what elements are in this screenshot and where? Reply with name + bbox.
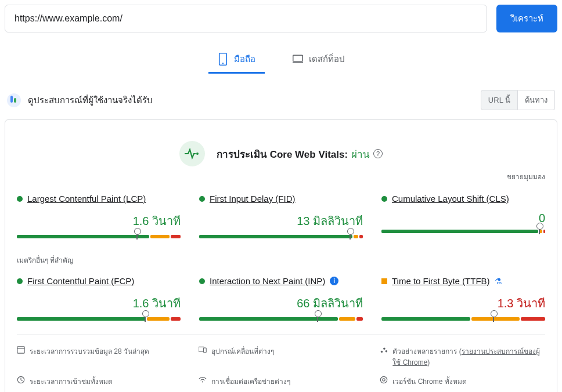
distribution-bar <box>381 230 545 233</box>
svg-point-11 <box>386 350 388 353</box>
metric-lcp: Largest Contentful Paint (LCP) 1.6 วินาท… <box>17 194 181 238</box>
url-input[interactable] <box>5 5 487 32</box>
metric-ttfb: Time to First Byte (TTFB) ⚗ 1.3 วินาที <box>381 276 545 321</box>
svg-point-15 <box>383 379 385 381</box>
assessment-result: ผ่าน <box>351 146 370 162</box>
svg-point-13 <box>202 381 203 382</box>
assessment-label: การประเมิน Core Web Vitals: <box>217 146 348 162</box>
metric-value: 1.6 วินาที <box>17 212 181 230</box>
footer-sessions: ระยะเวลาการเข้าชมทั้งหมด <box>30 376 113 387</box>
status-dot-good <box>17 278 23 284</box>
section-title: ดูประสบการณ์ที่ผู้ใช้งานจริงได้รับ <box>28 93 153 107</box>
pulse-icon <box>179 141 205 166</box>
footer-samples: ตัวอย่างหลายรายการ (รายงานประสบการณ์ของผ… <box>392 346 545 368</box>
distribution-bar <box>17 317 181 321</box>
experience-icon <box>7 93 21 107</box>
metric-name[interactable]: Time to First Byte (TTFB) <box>392 276 490 286</box>
metric-inp: Interaction to Next Paint (INP) i 66 มิล… <box>199 276 363 321</box>
wifi-icon <box>199 376 207 384</box>
distribution-bar <box>199 317 363 321</box>
card-footer: ระยะเวลาการรวบรวมข้อมูล 28 วันล่าสุด อุป… <box>17 335 545 387</box>
metric-name[interactable]: First Contentful Paint (FCP) <box>27 276 134 286</box>
metric-name[interactable]: First Input Delay (FID) <box>210 194 296 204</box>
metric-name[interactable]: Largest Contentful Paint (LCP) <box>27 194 146 204</box>
metric-name[interactable]: Interaction to Next Paint (INP) <box>210 276 325 286</box>
metric-value: 13 มิลลิวินาที <box>199 212 363 230</box>
status-dot-good <box>17 196 23 202</box>
tab-desktop[interactable]: เดสก์ท็อป <box>283 46 354 74</box>
tab-label: เดสก์ท็อป <box>309 52 345 66</box>
distribution-bar <box>17 235 181 238</box>
status-square-warn <box>381 278 387 284</box>
chip-origin[interactable]: ต้นทาง <box>518 90 555 110</box>
chrome-icon <box>380 376 388 384</box>
svg-rect-8 <box>203 348 206 353</box>
calendar-icon <box>17 346 25 354</box>
metric-value: 66 มิลลิวินาที <box>199 294 363 313</box>
distribution-bar <box>199 235 363 238</box>
scatter-icon <box>380 346 388 354</box>
distribution-bar <box>381 317 545 321</box>
tab-label: มือถือ <box>234 52 255 66</box>
chip-url[interactable]: URL นี้ <box>481 90 518 110</box>
svg-point-1 <box>222 63 223 64</box>
clock-icon <box>17 376 25 384</box>
svg-point-14 <box>381 376 387 383</box>
metric-fcp: First Contentful Paint (FCP) 1.6 วินาที <box>17 276 181 321</box>
analyze-button[interactable]: วิเคราะห์ <box>496 5 557 32</box>
metric-value: 0 <box>381 212 545 225</box>
metric-fid: First Input Delay (FID) 13 มิลลิวินาที <box>199 194 363 238</box>
svg-rect-7 <box>199 347 204 351</box>
desktop-icon <box>293 53 303 66</box>
mobile-icon <box>218 53 228 66</box>
svg-rect-5 <box>17 347 24 353</box>
help-icon[interactable]: ? <box>373 149 383 158</box>
metric-value: 1.3 วินาที <box>381 294 545 313</box>
field-data-card: การประเมิน Core Web Vitals: ผ่าน ? ขยายม… <box>5 119 557 392</box>
cwv-assessment: การประเมิน Core Web Vitals: ผ่าน ? <box>17 141 545 166</box>
svg-point-9 <box>381 351 383 353</box>
status-dot-good <box>381 196 387 202</box>
devices-icon <box>199 346 207 354</box>
device-tabs: มือถือ เดสก์ท็อป <box>5 46 557 74</box>
footer-period: ระยะเวลาการรวบรวมข้อมูล 28 วันล่าสุด <box>30 346 149 357</box>
tab-mobile[interactable]: มือถือ <box>208 46 265 74</box>
scope-toggle: URL นี้ ต้นทาง <box>481 90 555 110</box>
svg-point-10 <box>383 348 386 350</box>
status-dot-good <box>199 196 205 202</box>
info-icon[interactable]: i <box>330 277 338 285</box>
metric-name[interactable]: Cumulative Layout Shift (CLS) <box>392 194 509 204</box>
experimental-icon: ⚗ <box>495 277 502 286</box>
status-dot-good <box>199 278 205 284</box>
metric-cls: Cumulative Layout Shift (CLS) 0 <box>381 194 545 238</box>
svg-rect-2 <box>293 55 302 61</box>
expand-view-link[interactable]: ขยายมุมมอง <box>17 171 545 182</box>
footer-versions: เวอร์ชัน Chrome ทั้งหมด <box>392 376 466 387</box>
metric-value: 1.6 วินาที <box>17 294 181 313</box>
svg-point-4 <box>196 153 199 155</box>
other-metrics-label: เมตริกอื่นๆ ที่สำคัญ <box>17 255 545 266</box>
footer-devices: อุปกรณ์เคลื่อนที่ต่างๆ <box>211 346 274 357</box>
footer-networks: การเชื่อมต่อเครือข่ายต่างๆ <box>211 376 290 387</box>
